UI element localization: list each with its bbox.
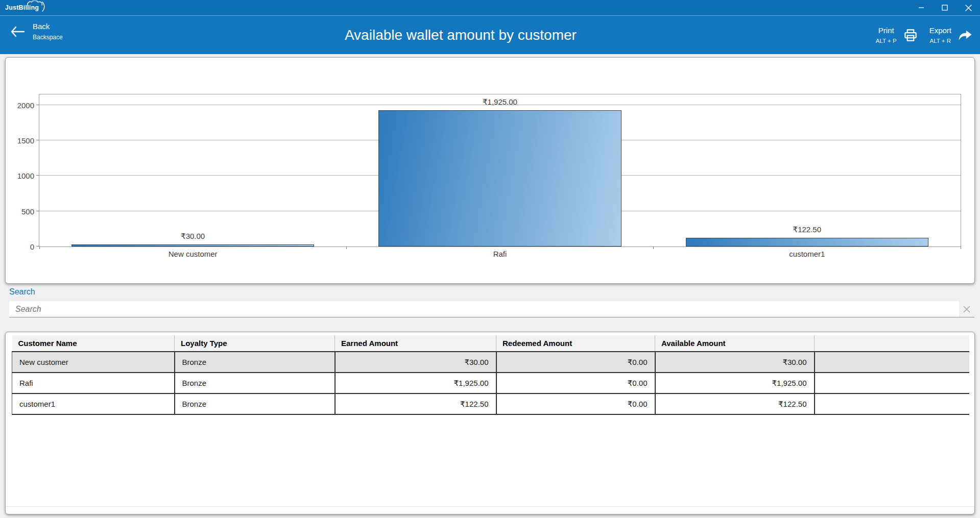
back-shortcut: Backspace [33,34,63,41]
table-cell: Bronze [175,373,335,393]
table-row[interactable]: RafiBronze₹1,925.00₹0.00₹1,925.00 [12,373,970,393]
table-cell: ₹0.00 [496,373,655,393]
table-cell: Bronze [175,393,335,414]
window-controls [910,0,980,15]
column-header[interactable]: Redeemed Amount [496,335,655,352]
table-cell: ₹122.50 [335,393,496,414]
table-cell: ₹30.00 [335,352,496,373]
export-shortcut: ALT + R [930,38,951,44]
bar-value-label: ₹122.50 [793,225,821,234]
column-header[interactable]: Loyalty Type [175,335,335,352]
close-icon [965,5,972,11]
table-cell: Rafi [12,373,175,393]
x-tick [653,246,654,249]
chart-card: 0500100015002000₹30.00New customer₹1,925… [5,57,975,284]
chart-bar [686,238,928,246]
table-cell: ₹1,925.00 [655,373,815,393]
commandbar: Back Backspace Available wallet amount b… [0,15,980,54]
table-row[interactable]: New customerBronze₹30.00₹0.00₹30.00 [12,352,970,373]
y-tick-label: 1500 [17,136,34,145]
column-header[interactable]: Customer Name [12,335,175,352]
customer-wallet-table: Customer NameLoyalty TypeEarned AmountRe… [12,335,969,415]
table-header-row: Customer NameLoyalty TypeEarned AmountRe… [12,335,970,352]
bar-value-label: ₹1,925.00 [483,97,517,107]
x-tick [961,246,961,249]
table-cell: ₹0.00 [496,393,655,414]
titlebar: JustBilling [0,0,980,15]
export-label: Export [929,26,951,35]
close-button[interactable] [957,0,980,15]
maximize-icon [942,5,948,11]
printer-icon [903,28,918,43]
table-cell: ₹30.00 [655,352,815,373]
chart-bar [378,110,621,246]
back-label: Back [33,22,50,31]
table-cell: Bronze [175,352,335,373]
page-title: Available wallet amount by customer [345,27,577,43]
search-input[interactable] [9,301,959,317]
table-bottom-divider [6,506,974,507]
y-tick [36,211,39,211]
y-tick-label: 2000 [17,101,34,109]
bar-chart: 0500100015002000₹30.00New customer₹1,925… [39,94,961,247]
y-tick [36,105,39,105]
table-cell: ₹1,925.00 [335,373,496,393]
search-bar [9,301,974,317]
table-cell: ₹122.50 [655,393,815,414]
y-tick [36,140,39,140]
back-button[interactable]: Back Backspace [9,22,63,41]
y-tick [36,175,39,176]
export-button[interactable]: Export ALT + R [929,26,973,44]
x-axis-label: Rafi [493,250,507,258]
minimize-icon [918,5,924,11]
column-header[interactable]: Available Amount [655,335,815,352]
app-logo: JustBilling [5,0,39,15]
maximize-button[interactable] [933,0,957,15]
print-button[interactable]: Print ALT + P [876,26,918,44]
x-axis-label: customer1 [789,250,825,258]
table-row[interactable]: customer1Bronze₹122.50₹0.00₹122.50 [12,393,970,414]
table-cell: customer1 [12,393,175,414]
search-clear-button[interactable] [959,301,974,317]
table-cell [815,393,970,414]
table-cell: ₹0.00 [496,352,655,373]
y-tick-label: 500 [21,207,34,215]
column-header[interactable] [815,335,970,352]
y-tick-label: 1000 [17,171,34,180]
chart-bar [71,244,314,246]
share-arrow-icon [958,28,973,43]
back-arrow-icon [9,25,26,38]
clear-x-icon [963,305,971,313]
cloud-icon [26,1,47,14]
x-tick [346,246,347,249]
column-header[interactable]: Earned Amount [335,335,496,352]
print-shortcut: ALT + P [876,38,897,44]
table-cell [815,373,970,393]
x-axis-label: New customer [169,250,218,258]
minimize-button[interactable] [910,0,933,15]
table-cell: New customer [12,352,175,373]
table-card: Customer NameLoyalty TypeEarned AmountRe… [5,332,975,514]
y-tick-label: 0 [30,242,34,251]
print-label: Print [878,26,894,35]
x-tick [39,246,40,249]
bar-value-label: ₹30.00 [181,232,205,241]
search-label: Search [9,287,35,297]
table-cell [815,352,970,373]
